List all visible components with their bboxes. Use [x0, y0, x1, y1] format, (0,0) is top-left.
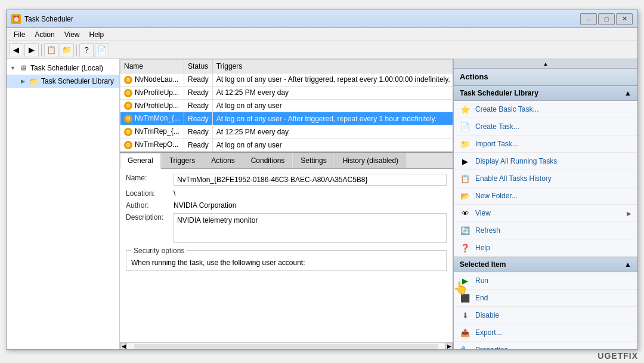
table-row[interactable]: ⚙NvTmRep_{... Ready At 12:25 PM every da… [120, 125, 453, 139]
bottom-scrollbar[interactable]: ◀ ▶ [120, 342, 453, 349]
action-end[interactable]: ⬛ End [454, 290, 637, 307]
folder-icon: 📁 [29, 76, 39, 86]
action-refresh[interactable]: 🔄 Refresh [454, 222, 637, 239]
col-name[interactable]: Name [120, 60, 184, 73]
section-label-selected: Selected Item [460, 260, 506, 269]
view-arrow-icon: ▶ [627, 210, 631, 217]
action-run[interactable]: ▶ Run [454, 272, 637, 290]
task-icon: ⚙ [124, 141, 132, 149]
tree-panel: ▼ 🖥 Task Scheduler (Local) ▶ 📁 Task Sche… [7, 59, 120, 349]
scroll-left-btn[interactable]: ◀ [120, 343, 127, 350]
create-task-icon: 📄 [460, 121, 470, 132]
table-row[interactable]: ⚙NvProfileUp... Ready At 12:25 PM every … [120, 86, 453, 99]
detail-panel: General Triggers Actions Conditions Sett… [120, 153, 453, 349]
label-author: Author: [126, 201, 174, 210]
task-table: Name Status Triggers ⚙NvNodeLau... Ready… [120, 59, 453, 153]
toolbar-forward[interactable]: ▶ [24, 43, 39, 57]
tree-item-library[interactable]: ▶ 📁 Task Scheduler Library [7, 75, 119, 88]
actions-scroll-up[interactable]: ▲ [454, 59, 637, 69]
name-value-box[interactable]: NvTmMon_{B2FE1952-0186-46C3-BAEC-A80AA35… [174, 174, 447, 186]
label-location: Location: [126, 189, 174, 198]
properties-icon: 🔧 [460, 344, 470, 349]
tree-label-local: Task Scheduler (Local) [30, 64, 103, 72]
security-text: When running the task, use the following… [131, 259, 441, 267]
toolbar-back[interactable]: ◀ [9, 43, 23, 57]
label-description: Description: [126, 213, 174, 243]
disable-icon: ⬇ [460, 310, 470, 321]
tree-item-local[interactable]: ▼ 🖥 Task Scheduler (Local) [7, 61, 119, 75]
col-status[interactable]: Status [184, 60, 213, 73]
section-collapse-icon: ▲ [624, 89, 631, 97]
section-header-selected[interactable]: Selected Item ▲ [454, 257, 637, 272]
tab-conditions[interactable]: Conditions [243, 153, 293, 168]
section-label-library: Task Scheduler Library [460, 89, 538, 97]
action-enable-history[interactable]: 📋 Enable All Tasks History [454, 170, 637, 187]
display-running-label: Display All Running Tasks [475, 157, 631, 165]
menu-view[interactable]: View [60, 29, 85, 40]
description-value-box[interactable]: NVIDIA telemetry monitor [174, 213, 447, 243]
action-display-running[interactable]: ▶ Display All Running Tasks [454, 153, 637, 170]
help-lib-icon: ❓ [460, 242, 470, 253]
action-create-basic[interactable]: ⭐ Create Basic Task... [454, 101, 637, 118]
action-new-folder[interactable]: 📂 New Folder... [454, 187, 637, 205]
refresh-icon: 🔄 [460, 225, 470, 236]
action-help-lib[interactable]: ❓ Help [454, 239, 637, 257]
action-properties[interactable]: 🔧 Properties [454, 342, 637, 349]
menu-help[interactable]: Help [85, 29, 109, 40]
col-triggers[interactable]: Triggers [212, 60, 453, 73]
tab-settings[interactable]: Settings [293, 153, 334, 168]
minimize-button[interactable]: – [580, 13, 597, 25]
actions-header: Actions [454, 69, 637, 85]
end-icon: ⬛ [460, 293, 470, 303]
new-folder-label: New Folder... [475, 192, 631, 200]
toolbar-btn1[interactable]: 📋 [44, 43, 58, 57]
view-icon: 👁 [460, 208, 470, 219]
end-label: End [475, 294, 631, 302]
task-icon: ⚙ [124, 76, 132, 84]
main-window: ⏰ Task Scheduler – □ ✕ File Action View … [6, 10, 638, 350]
disable-label: Disable [475, 311, 631, 319]
main-content: ▼ 🖥 Task Scheduler (Local) ▶ 📁 Task Sche… [7, 59, 637, 349]
import-task-label: Import Task... [475, 140, 631, 148]
menu-file[interactable]: File [9, 29, 30, 40]
detail-row-name: Name: NvTmMon_{B2FE1952-0186-46C3-BAEC-A… [126, 174, 447, 186]
toolbar-btn3[interactable]: 📄 [95, 43, 109, 57]
close-button[interactable]: ✕ [616, 13, 633, 25]
create-basic-icon: ⭐ [460, 104, 470, 115]
security-group: Security options When running the task, … [126, 247, 447, 271]
section-collapse-icon-2: ▲ [624, 260, 631, 269]
export-label: Export... [475, 328, 631, 337]
action-disable[interactable]: ⬇ Disable [454, 307, 637, 324]
maximize-button[interactable]: □ [598, 13, 615, 25]
table-row[interactable]: ⚙NvNodeLau... Ready At log on of any use… [120, 73, 453, 87]
tab-actions[interactable]: Actions [203, 153, 242, 168]
tab-triggers[interactable]: Triggers [162, 153, 203, 168]
import-task-icon: 📁 [460, 139, 470, 149]
table-row-selected[interactable]: ⚙NvTmMon_{... Ready At log on of any use… [120, 112, 453, 125]
detail-row-description: Description: NVIDIA telemetry monitor [126, 213, 447, 243]
task-icon: ⚙ [124, 89, 132, 97]
pc-icon: 🖥 [18, 63, 28, 73]
refresh-label: Refresh [475, 226, 631, 235]
run-icon: ▶ [460, 275, 470, 286]
section-header-library[interactable]: Task Scheduler Library ▲ [454, 85, 637, 101]
action-create-task[interactable]: 📄 Create Task... [454, 118, 637, 136]
tabs: General Triggers Actions Conditions Sett… [120, 153, 453, 169]
create-task-label: Create Task... [475, 122, 631, 131]
tab-general[interactable]: General [120, 153, 161, 169]
menu-action[interactable]: Action [30, 29, 59, 40]
expand-arrow-lib: ▶ [21, 78, 27, 84]
action-view[interactable]: 👁 View ▶ [454, 205, 637, 222]
table-row[interactable]: ⚙NvProfileUp... Ready At log on of any u… [120, 99, 453, 112]
tab-history[interactable]: History (disabled) [335, 153, 406, 168]
toolbar-help[interactable]: ? [79, 43, 94, 57]
toolbar-sep1 [41, 44, 42, 56]
create-basic-label: Create Basic Task... [475, 105, 631, 113]
action-import-task[interactable]: 📁 Import Task... [454, 136, 637, 153]
task-icon: ⚙ [124, 128, 132, 136]
table-row[interactable]: ⚙NvTmRepO... Ready At log on of any user [120, 139, 453, 152]
scroll-right-btn[interactable]: ▶ [445, 343, 453, 350]
export-icon: 📤 [460, 327, 470, 338]
toolbar-btn2[interactable]: 📁 [60, 43, 74, 57]
action-export[interactable]: 📤 Export... [454, 324, 637, 342]
